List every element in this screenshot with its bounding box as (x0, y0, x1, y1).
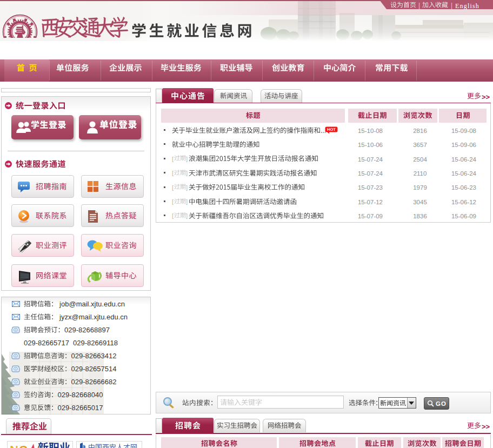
svg-text:HOT: HOT (327, 127, 336, 132)
svg-text:C: C (19, 443, 28, 448)
svg-text:N: N (10, 443, 18, 448)
